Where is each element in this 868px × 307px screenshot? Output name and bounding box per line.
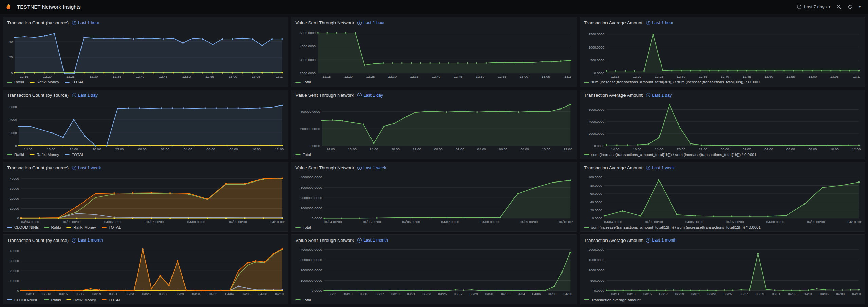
panel-time-link-label: Last 1 week	[78, 166, 101, 170]
panel-title[interactable]: Value Sent Through Network	[295, 20, 354, 25]
panel-title[interactable]: Value Sent Through Network	[295, 165, 354, 170]
legend-item[interactable]: Total	[295, 225, 311, 229]
legend-series-swatch	[102, 227, 107, 228]
panel-time-link[interactable]: i Last 1 month	[72, 238, 103, 243]
legend-item[interactable]: CLOUD-NINE	[7, 225, 39, 229]
svg-text:03/17: 03/17	[376, 292, 384, 296]
legend-series-label: TOTAL	[72, 153, 84, 157]
panel-chart[interactable]: 020004000600014:0016:0018:0020:0022:0000…	[6, 99, 285, 152]
panel-chart[interactable]: 0.0000200000.0000400000.000014:0016:0018…	[295, 99, 573, 152]
panel-title[interactable]: Transaction Average Amount	[584, 165, 643, 170]
legend-item[interactable]: TOTAL	[65, 153, 84, 157]
panel-title[interactable]: Value Sent Through Network	[295, 93, 354, 98]
panel-chart[interactable]: 0204012:1512:2012:2512:3012:3512:4012:45…	[6, 27, 285, 79]
svg-text:03/13: 03/13	[42, 292, 51, 296]
panel-title[interactable]: Transaction Count (by source)	[7, 93, 69, 98]
legend-item[interactable]: Total	[295, 80, 311, 84]
info-icon: i	[72, 21, 76, 25]
panel-chart[interactable]: 0.00001000000.00002000000.00003000000.00…	[295, 244, 573, 296]
panel-time-link[interactable]: i Last 1 month	[357, 238, 388, 243]
legend-item[interactable]: Transaction average amount	[584, 298, 641, 302]
legend-series-label: Rafiki Money	[37, 153, 59, 157]
legend-item[interactable]: Rafiki Money	[66, 225, 96, 229]
info-icon: i	[72, 166, 76, 170]
panel-time-link[interactable]: i Last 1 hour	[357, 20, 385, 25]
refresh-interval-dropdown[interactable]: ▾	[856, 3, 863, 11]
svg-text:03/21: 03/21	[407, 292, 415, 296]
legend-item[interactable]: Rafiki	[44, 225, 61, 229]
svg-text:04/09 00:00: 04/09 00:00	[520, 219, 538, 223]
svg-text:40000: 40000	[10, 177, 19, 180]
panel-value-sent-through-network-2: Value Sent Through Network i Last 1 hour…	[291, 17, 577, 87]
page-title: TESTNET Network Insights	[17, 4, 81, 10]
panel-title[interactable]: Value Sent Through Network	[295, 238, 354, 243]
panel-chart[interactable]: 0.000020.000040.000060.000080.0000100.00…	[583, 172, 862, 224]
panel-time-link[interactable]: i Last 1 week	[357, 166, 386, 170]
legend-item[interactable]: TOTAL	[102, 298, 121, 302]
svg-text:03/15: 03/15	[360, 292, 368, 296]
panel-transaction-average-amount-6: Transaction Average Amount i Last 1 day …	[580, 90, 865, 159]
panel-chart[interactable]: 0.0000500.00001000.00001500.00002000.000…	[583, 244, 862, 296]
panel-title[interactable]: Transaction Average Amount	[584, 20, 643, 25]
grafana-logo-icon[interactable]	[5, 3, 13, 11]
panel-transaction-count-by-source--4: Transaction Count (by source) i Last 1 d…	[3, 90, 288, 159]
legend-item[interactable]: Rafiki	[7, 80, 24, 84]
panel-time-link[interactable]: i Last 1 hour	[646, 20, 673, 25]
svg-text:12:55: 12:55	[498, 75, 506, 78]
panel-time-link[interactable]: i Last 1 week	[72, 166, 101, 170]
info-icon: i	[357, 21, 362, 25]
panel-chart[interactable]: 0.00002000.00004000.00006000.000014:0016…	[583, 99, 862, 152]
panel-chart[interactable]: 01000020000300004000003/1103/1303/1503/1…	[6, 244, 285, 296]
svg-text:04/09 00:00: 04/09 00:00	[229, 219, 247, 223]
panel-title[interactable]: Transaction Average Amount	[584, 238, 643, 243]
svg-text:4000000.0000: 4000000.0000	[301, 175, 322, 179]
panel-time-link[interactable]: i Last 1 day	[646, 93, 672, 98]
legend-item[interactable]: Rafiki Money	[30, 80, 59, 84]
legend-series-swatch	[66, 299, 71, 300]
svg-text:12:50: 12:50	[476, 75, 485, 78]
legend-item[interactable]: sum (increase(transactions_amount_total[…	[584, 225, 761, 229]
legend-item[interactable]: TOTAL	[65, 80, 84, 84]
legend-item[interactable]: sum (increase(transactions_amount_total[…	[584, 153, 756, 157]
svg-text:12:00: 12:00	[275, 147, 284, 151]
refresh-button[interactable]	[845, 2, 855, 12]
panel-header: Value Sent Through Network i Last 1 hour	[295, 19, 573, 27]
svg-text:12:35: 12:35	[113, 75, 121, 78]
legend-item[interactable]: Rafiki Money	[66, 298, 96, 302]
svg-text:0: 0	[17, 289, 19, 293]
svg-text:12:15: 12:15	[323, 75, 331, 78]
panel-chart[interactable]: 2000.00003000.00004000.00005000.000012:1…	[295, 27, 573, 79]
legend-item[interactable]: TOTAL	[102, 225, 121, 229]
legend-item[interactable]: Total	[295, 153, 311, 157]
panel-title[interactable]: Transaction Count (by source)	[7, 165, 69, 170]
time-range-picker[interactable]: Last 7 days ▾	[794, 2, 833, 12]
legend-item[interactable]: sum (increase(transactions_amount_total[…	[584, 80, 760, 84]
panel-chart[interactable]: 0.00001000000.00002000000.00003000000.00…	[295, 172, 573, 224]
legend-item[interactable]: Total	[295, 298, 311, 302]
panel-chart[interactable]: 01000020000300004000004/04 00:0004/05 00…	[6, 172, 285, 224]
svg-text:13:05: 13:05	[252, 75, 260, 78]
panel-time-link[interactable]: i Last 1 day	[357, 93, 383, 98]
svg-text:04/04: 04/04	[225, 292, 234, 296]
panel-title[interactable]: Transaction Count (by source)	[7, 20, 69, 25]
panel-header: Transaction Count (by source) i Last 1 w…	[6, 164, 285, 172]
svg-text:03/31: 03/31	[485, 292, 494, 296]
panel-title[interactable]: Transaction Average Amount	[584, 93, 643, 98]
panel-title[interactable]: Transaction Count (by source)	[7, 238, 69, 243]
panel-time-link[interactable]: i Last 1 month	[646, 238, 676, 243]
svg-text:04:00: 04:00	[764, 147, 773, 151]
svg-text:02:00: 02:00	[742, 147, 751, 151]
panel-time-link[interactable]: i Last 1 hour	[72, 20, 100, 25]
legend-item[interactable]: Rafiki	[44, 298, 61, 302]
legend-item[interactable]: Rafiki	[7, 153, 24, 157]
legend-item[interactable]: CLOUD-NINE	[7, 298, 39, 302]
svg-text:13:05: 13:05	[830, 75, 838, 78]
panel-chart[interactable]: 0.0000500.00001000.00001500.000012:1512:…	[583, 27, 862, 79]
zoom-out-button[interactable]	[834, 2, 844, 12]
panel-time-link[interactable]: i Last 1 day	[72, 93, 98, 98]
legend-series-swatch	[584, 227, 589, 228]
panel-time-link[interactable]: i Last 1 week	[646, 166, 675, 170]
legend-series-label: Rafiki	[51, 298, 61, 302]
legend-item[interactable]: Rafiki Money	[30, 153, 59, 157]
svg-text:1000.0000: 1000.0000	[588, 45, 604, 49]
